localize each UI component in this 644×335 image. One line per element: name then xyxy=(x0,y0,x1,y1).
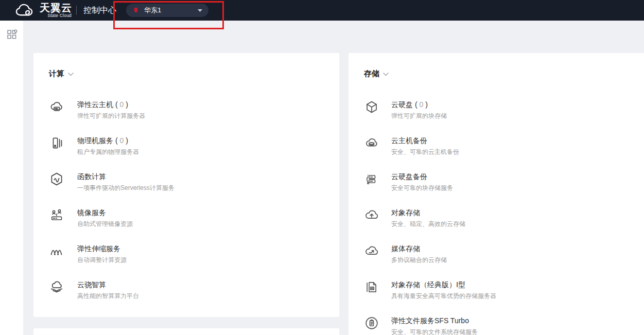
physical-machine-icon xyxy=(49,135,64,151)
app-sidebar xyxy=(0,21,23,335)
service-name: 对象存储 xyxy=(391,207,465,218)
auto-scaling-icon xyxy=(49,243,64,259)
compute-service-list: 弹性云主机 ( 0 ) 弹性可扩展的计算服务器 物理机服务 ( 0 ) 租户专属… xyxy=(49,96,324,312)
service-name: 物理机服务 ( 0 ) xyxy=(77,135,139,146)
wing-cloud-icon xyxy=(49,279,64,295)
service-desc: 安全、可靠的文件系统存储服务 xyxy=(391,328,478,335)
service-name: 云硬盘备份 xyxy=(391,171,453,182)
chevron-down-icon xyxy=(383,73,389,76)
service-item-function-compute[interactable]: 函数计算 一项事件驱动的Serverless计算服务 xyxy=(49,168,324,204)
service-name: 函数计算 xyxy=(77,171,175,182)
region-selector[interactable]: 华东1 xyxy=(126,4,208,17)
compute-card-title: 计算 xyxy=(49,68,64,79)
storage-card-header[interactable]: 存储 xyxy=(364,68,644,79)
storage-card-title: 存储 xyxy=(364,68,379,79)
service-desc: 弹性可扩展的块存储 xyxy=(391,112,447,120)
service-item-auto-scaling[interactable]: 弹性伸缩服务 自动调整计算资源 xyxy=(49,240,324,276)
chevron-down-icon xyxy=(198,9,202,12)
service-name: 镜像服务 xyxy=(77,207,133,218)
service-desc: 具有海量安全高可靠优势的存储服务器 xyxy=(391,292,496,301)
service-item-cloud-disk-backup[interactable]: 云硬盘备份 安全可靠的块存储服务 xyxy=(364,168,644,204)
doc-image-icon xyxy=(364,279,379,295)
service-item-physical-machine[interactable]: 物理机服务 ( 0 ) 租户专属的物理服务器 xyxy=(49,132,324,168)
cloud-backup-icon xyxy=(364,135,379,151)
compute-card-header[interactable]: 计算 xyxy=(49,68,324,79)
cloud-upload-icon xyxy=(364,207,379,223)
apps-grid-icon xyxy=(6,29,18,40)
service-desc: 弹性可扩展的计算服务器 xyxy=(77,112,145,120)
header-divider xyxy=(76,6,77,15)
service-name: 云骁智算 xyxy=(77,279,139,290)
service-desc: 一项事件驱动的Serverless计算服务 xyxy=(77,184,175,192)
brand-name: 天翼云 xyxy=(40,2,72,13)
cloud-arrow-icon xyxy=(364,243,379,259)
service-name: 对象存储（经典版）Ⅰ型 xyxy=(391,279,496,290)
function-compute-icon xyxy=(49,171,64,187)
service-item-cloud-disk[interactable]: 云硬盘 ( 0 ) 弹性可扩展的块存储 xyxy=(364,96,644,132)
service-item-object-storage[interactable]: 对象存储 安全、稳定、高效的云存储 xyxy=(364,204,644,240)
service-name: 弹性文件服务SFS Turbo xyxy=(391,315,478,326)
compute-card: 计算 弹性云主机 ( 0 ) 弹性可扩展的计算服务器 物理机服务 ( 0 ) 租… xyxy=(33,53,339,317)
service-desc: 自动调整计算资源 xyxy=(77,256,127,265)
brand-text: 天翼云 State Cloud xyxy=(40,2,72,18)
file-circle-icon xyxy=(364,315,379,331)
image-service-icon xyxy=(49,207,64,223)
disk-cube-icon xyxy=(364,99,379,115)
apps-grid-button[interactable] xyxy=(6,29,18,41)
service-desc: 高性能的智算算力平台 xyxy=(77,292,139,301)
cloud-server-icon xyxy=(49,99,64,115)
service-item-object-storage-classic[interactable]: 对象存储（经典版）Ⅰ型 具有海量安全高可靠优势的存储服务器 xyxy=(364,276,644,312)
service-item-cloud-host-backup[interactable]: 云主机备份 安全、可靠的云主机备份 xyxy=(364,132,644,168)
service-name: 弹性云主机 ( 0 ) xyxy=(77,99,145,110)
brand-cloud-logo-icon xyxy=(13,3,38,18)
service-item-image-service[interactable]: 镜像服务 自助式管理镜像资源 xyxy=(49,204,324,240)
service-item-elastic-cloud-host[interactable]: 弹性云主机 ( 0 ) 弹性可扩展的计算服务器 xyxy=(49,96,324,132)
disk-backup-icon xyxy=(364,171,379,187)
service-name: 媒体存储 xyxy=(391,243,447,254)
service-desc: 安全、可靠的云主机备份 xyxy=(391,148,459,156)
service-item-yunxiao-ai-compute[interactable]: 云骁智算 高性能的智算算力平台 xyxy=(49,276,324,312)
top-header: 天翼云 State Cloud 控制中心 华东1 xyxy=(0,0,644,21)
brand-subtitle: State Cloud xyxy=(40,13,72,18)
service-item-sfs-turbo[interactable]: 弹性文件服务SFS Turbo 安全、可靠的文件系统存储服务 xyxy=(364,312,644,335)
service-name: 云硬盘 ( 0 ) xyxy=(391,99,447,110)
service-desc: 租户专属的物理服务器 xyxy=(77,148,139,156)
network-card-partial xyxy=(33,328,339,335)
service-name: 弹性伸缩服务 xyxy=(77,243,127,254)
service-desc: 安全、稳定、高效的云存储 xyxy=(391,220,465,228)
service-name: 云主机备份 xyxy=(391,135,459,146)
storage-card: 存储 云硬盘 ( 0 ) 弹性可扩展的块存储 云主机备份 安全、可靠的云主机备份… xyxy=(349,53,644,335)
service-desc: 自助式管理镜像资源 xyxy=(77,220,133,228)
service-desc: 安全可靠的块存储服务 xyxy=(391,184,453,192)
region-label: 华东1 xyxy=(144,6,161,15)
location-pin-icon xyxy=(132,6,140,15)
chevron-down-icon xyxy=(68,73,74,76)
service-desc: 多协议融合的云存储 xyxy=(391,256,447,265)
console-title: 控制中心 xyxy=(83,0,116,21)
storage-service-list: 云硬盘 ( 0 ) 弹性可扩展的块存储 云主机备份 安全、可靠的云主机备份 云硬… xyxy=(364,96,644,335)
service-item-media-storage[interactable]: 媒体存储 多协议融合的云存储 xyxy=(364,240,644,276)
